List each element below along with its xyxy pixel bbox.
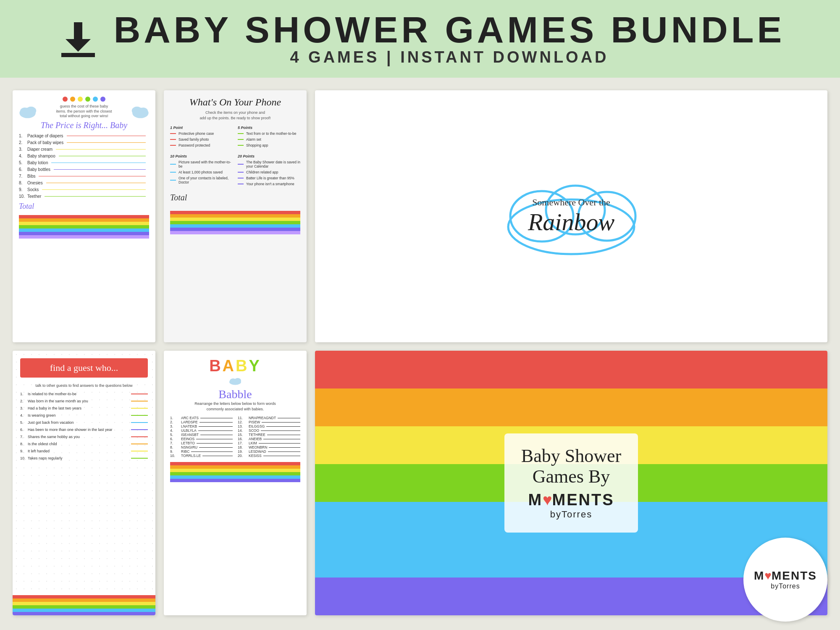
dot-purple xyxy=(100,97,105,102)
price-item-row: 6.Baby bottles xyxy=(19,167,149,172)
svg-rect-0 xyxy=(74,22,82,39)
phone-card: What's On Your Phone Check the items on … xyxy=(164,90,307,342)
babble-item-right: 11.NRAPREAGNDT xyxy=(238,416,300,420)
babble-item-left: 2.LARDSPE xyxy=(170,420,233,424)
phone-points-section: 20 PointsThe Baby Shower date is saved i… xyxy=(238,154,300,188)
price-items-list: 1.Package of diapers2.Pack of baby wipes… xyxy=(19,134,149,199)
brand-box: Baby Shower Games By M ♥ MENTS byTorres xyxy=(504,433,638,533)
price-total: Total xyxy=(19,202,149,211)
svg-rect-3 xyxy=(61,53,66,57)
phone-point-item: Password protected xyxy=(170,143,233,147)
babble-item-left: 10.TORRLS.LE xyxy=(170,454,233,458)
header: BABY SHOWER GAMES BUNDLE 4 GAMES | INSTA… xyxy=(0,0,840,78)
babble-item-right: 14.SCOO xyxy=(238,428,300,433)
babble-a1: A xyxy=(223,357,236,375)
moments-logo-small: M ♥ MENTS byTorres xyxy=(521,491,621,520)
phone-point-item: Batter Life is greater than 95% xyxy=(238,176,300,180)
moments-ments: MENTS xyxy=(552,491,614,509)
babble-rainbow xyxy=(170,462,300,482)
price-item-row: 9.Socks xyxy=(19,187,149,192)
guest-item-row: 8.Is the oldest child xyxy=(20,442,148,446)
babble-item-left: 8.NSNGIRU xyxy=(170,445,233,449)
price-item-row: 2.Pack of baby wipes xyxy=(19,140,149,145)
bottom-logo: M ♥ MENTS byTorres xyxy=(743,538,827,622)
price-card: guess the cost of these baby items. the … xyxy=(13,90,155,342)
babble-item-left: 7.LETBTO xyxy=(170,441,233,445)
header-text-block: BABY SHOWER GAMES BUNDLE 4 GAMES | INSTA… xyxy=(114,11,785,66)
guest-item-row: 5.Just got back from vacation xyxy=(20,420,148,425)
svg-point-13 xyxy=(234,378,241,383)
logo-by-torres: byTorres xyxy=(771,583,800,590)
svg-point-10 xyxy=(132,107,142,115)
moments-heart-icon: ♥ xyxy=(543,491,552,509)
find-guest-banner: find a guest who... xyxy=(20,358,148,378)
babble-item-right: 13.EILGGSG xyxy=(238,424,300,428)
babble-item-right: 16.ANEIEB xyxy=(238,437,300,441)
guest-item-row: 6.Has been to more than one shower in th… xyxy=(20,428,148,432)
logo-moments-row: M ♥ MENTS xyxy=(754,569,817,583)
phone-points-sections: 1 PointProtective phone caseSaved family… xyxy=(170,126,300,188)
cloud-right xyxy=(126,104,149,119)
main-content: guess the cost of these baby items. the … xyxy=(0,78,840,630)
logo-m: M xyxy=(754,569,764,583)
babble-title-row: BABY xyxy=(170,357,300,375)
babble-item-left: 5.ISEANSBT xyxy=(170,433,233,437)
phone-points-section: 10 PointsPicture saved with the mother-t… xyxy=(170,154,233,188)
moments-text-row: M ♥ MENTS xyxy=(521,491,621,509)
babble-item-left: 4.ULBLYLA xyxy=(170,428,233,433)
phone-point-item: Shopping app xyxy=(238,143,300,147)
babble-description: Rearrange the letters below below to for… xyxy=(170,401,300,412)
phone-point-item: At least 1,000 photos saved xyxy=(170,170,233,174)
logo-ments: MENTS xyxy=(772,569,817,583)
phone-point-item: Picture saved with the mother-to-be xyxy=(170,160,233,168)
cloud-row: guess the cost of these baby items. the … xyxy=(19,104,149,119)
babble-b2: B xyxy=(236,357,249,375)
middle-column: What's On Your Phone Check the items on … xyxy=(164,90,307,617)
babble-y1: Y xyxy=(249,357,261,375)
phone-point-item: Protective phone case xyxy=(170,131,233,136)
babble-item-right: 17.LKIM xyxy=(238,441,300,445)
phone-point-item: Text from or to the mother-to-be xyxy=(238,131,300,136)
babble-item-left: 9.RIBC xyxy=(170,449,233,454)
phone-point-item: Children related app xyxy=(238,170,300,174)
price-rainbow-stripes xyxy=(19,215,149,239)
price-item-row: 8.Onesies xyxy=(19,181,149,185)
find-guest-items-list: 1.Is related to the mother-to-be2.Was bo… xyxy=(20,392,148,460)
babble-item-right: 15.TETHREE xyxy=(238,433,300,437)
dot-orange xyxy=(70,97,75,102)
find-guest-subtitle: talk to other guests to find answers to … xyxy=(20,383,148,388)
rainbow-cloud-card: Somewhere Over the Rainbow xyxy=(315,90,827,342)
price-item-row: 3.Diaper cream xyxy=(19,147,149,152)
phone-point-item: Saved family photo xyxy=(170,137,233,142)
svg-rect-4 xyxy=(90,53,95,57)
babble-item-left: 6.EEINOS xyxy=(170,437,233,441)
cloud-text: Somewhere Over the Rainbow xyxy=(528,197,614,236)
find-guest-rainbow xyxy=(13,595,155,615)
babble-item-left: 3.LNATEKB xyxy=(170,424,233,428)
page-subtitle: 4 GAMES | INSTANT DOWNLOAD xyxy=(290,48,609,66)
moments-m: M xyxy=(528,491,543,509)
price-item-row: 1.Package of diapers xyxy=(19,134,149,138)
phone-total: Total xyxy=(170,193,300,202)
price-item-row: 7.Bibs xyxy=(19,174,149,178)
dot-blue xyxy=(93,97,98,102)
babble-right-col: 11.NRAPREAGNDT12.PISEW13.EILGGSG14.SCOO1… xyxy=(238,416,300,458)
guest-item-row: 1.Is related to the mother-to-be xyxy=(20,392,148,396)
price-title: The Price is Right... Baby xyxy=(19,121,149,130)
phone-point-item: Your phone isn't a smartphone xyxy=(238,182,300,186)
guest-item-row: 7.Shares the same hobby as you xyxy=(20,435,148,439)
dot-red xyxy=(63,97,68,102)
guest-item-row: 10.Takes naps regularly xyxy=(20,456,148,460)
phone-rainbow xyxy=(170,202,300,234)
phone-point-item: Alarm set xyxy=(238,137,300,142)
phone-point-item: One of your contacts is labeled, Doctor xyxy=(170,176,233,184)
babble-card: BABY Babble Rearrange the letters below … xyxy=(164,351,307,615)
guest-item-row: 9.It left handed xyxy=(20,449,148,453)
guest-item-row: 2.Was born in the same month as you xyxy=(20,399,148,403)
right-column: Somewhere Over the Rainbow Baby Sho xyxy=(315,90,827,617)
price-item-row: 5.Baby lotion xyxy=(19,160,149,165)
dot-green xyxy=(85,97,90,102)
babble-left-col: 1.ARC EATS2.LARDSPE3.LNATEKB4.ULBLYLA5.I… xyxy=(170,416,233,458)
download-icon xyxy=(55,16,101,62)
price-guess-text: guess the cost of these baby items. the … xyxy=(55,104,113,119)
